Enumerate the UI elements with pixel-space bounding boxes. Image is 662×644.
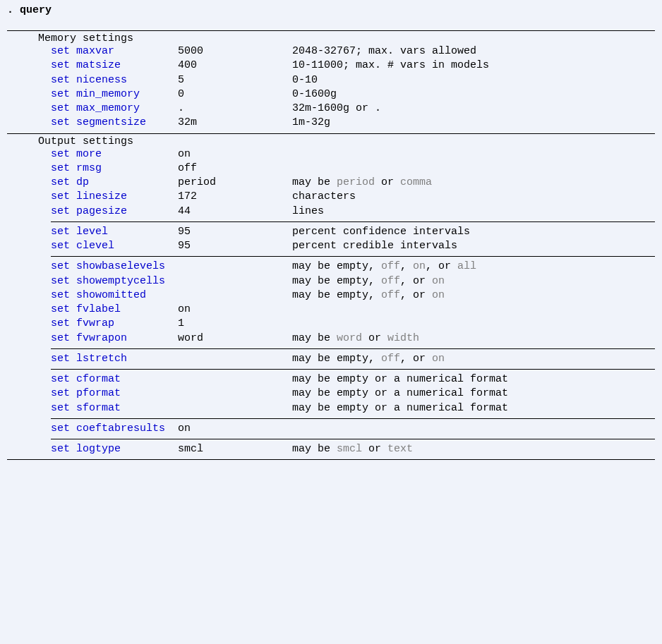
set-keyword[interactable]: set [51, 372, 76, 387]
setting-showbaselevels: setshowbaselevelsmay be empty, off, on, … [51, 260, 655, 274]
setting-desc: lines [292, 205, 324, 219]
setting-name[interactable]: maxvar [76, 44, 178, 59]
setting-max-memory: setmax_memory.32m-1600g or . [51, 102, 655, 116]
set-keyword[interactable]: set [51, 387, 76, 401]
setting-desc: may be empty or a numerical format [292, 401, 508, 415]
setting-desc: may be empty, off, or on [292, 288, 445, 303]
set-keyword[interactable]: set [51, 59, 76, 73]
setting-name[interactable]: cformat [76, 372, 178, 387]
set-keyword[interactable]: set [51, 87, 76, 102]
setting-name[interactable]: logtype [76, 442, 178, 456]
setting-fvwrap: setfvwrap1 [51, 317, 655, 331]
setting-name[interactable]: fvlabel [76, 303, 178, 317]
setting-value: 0 [178, 87, 292, 102]
set-keyword[interactable]: set [51, 239, 76, 253]
set-keyword[interactable]: set [51, 288, 76, 303]
setting-name[interactable]: fvwrapon [76, 332, 178, 346]
setting-level: setlevel95percent confidence intervals [51, 225, 655, 239]
setting-name[interactable]: min_memory [76, 87, 178, 102]
set-keyword[interactable]: set [51, 401, 76, 415]
set-keyword[interactable]: set [51, 44, 76, 59]
setting-value: 5000 [178, 44, 292, 59]
setting-value: off [178, 162, 292, 176]
set-keyword[interactable]: set [51, 162, 76, 176]
setting-desc: 1m-32g [292, 116, 330, 130]
rule-section [7, 133, 655, 134]
set-keyword[interactable]: set [51, 332, 76, 346]
set-keyword[interactable]: set [51, 116, 76, 130]
setting-desc: may be empty or a numerical format [292, 372, 508, 387]
setting-more: setmoreon [51, 147, 655, 162]
setting-desc: characters [292, 190, 356, 204]
setting-name[interactable]: pformat [76, 387, 178, 401]
setting-value [178, 260, 292, 274]
set-keyword[interactable]: set [51, 225, 76, 239]
setting-name[interactable]: lstretch [76, 352, 178, 366]
setting-desc: percent confidence intervals [292, 225, 470, 239]
setting-maxvar: setmaxvar50002048-32767; max. vars allow… [51, 44, 655, 59]
setting-desc: 32m-1600g or . [292, 102, 381, 116]
setting-desc: 0-10 [292, 73, 318, 87]
set-keyword[interactable]: set [51, 303, 76, 317]
setting-desc: may be empty or a numerical format [292, 387, 508, 401]
setting-name[interactable]: max_memory [76, 102, 178, 116]
setting-name[interactable]: showemptycells [76, 274, 178, 288]
rule-inner [51, 256, 655, 257]
setting-name[interactable]: coeftabresults [76, 422, 178, 436]
set-keyword[interactable]: set [51, 147, 76, 162]
rule-inner [51, 221, 655, 222]
set-keyword[interactable]: set [51, 73, 76, 87]
set-keyword[interactable]: set [51, 352, 76, 366]
setting-desc: may be empty, off, or on [292, 352, 445, 366]
setting-name[interactable]: fvwrap [76, 317, 178, 331]
setting-clevel: setclevel95percent credible intervals [51, 239, 655, 253]
setting-linesize: setlinesize172characters [51, 190, 655, 204]
rule-bottom [7, 459, 655, 460]
setting-name[interactable]: pagesize [76, 205, 178, 219]
set-keyword[interactable]: set [51, 442, 76, 456]
setting-name[interactable]: clevel [76, 239, 178, 253]
set-keyword[interactable]: set [51, 260, 76, 274]
setting-name[interactable]: segmentsize [76, 116, 178, 130]
set-keyword[interactable]: set [51, 422, 76, 436]
setting-name[interactable]: showomitted [76, 288, 178, 303]
setting-pagesize: setpagesize44lines [51, 205, 655, 219]
set-keyword[interactable]: set [51, 176, 76, 190]
setting-fvwrapon: setfvwraponwordmay be word or width [51, 332, 655, 346]
setting-value: 32m [178, 116, 292, 130]
command-text: query [20, 4, 52, 16]
setting-min-memory: setmin_memory00-1600g [51, 87, 655, 102]
setting-cformat: setcformatmay be empty or a numerical fo… [51, 372, 655, 387]
rule-inner [51, 439, 655, 439]
setting-value: 172 [178, 190, 292, 204]
setting-desc: percent credible intervals [292, 239, 457, 253]
set-keyword[interactable]: set [51, 274, 76, 288]
setting-name[interactable]: linesize [76, 190, 178, 204]
section-title-memory: Memory settings [38, 32, 655, 44]
setting-name[interactable]: niceness [76, 73, 178, 87]
setting-name[interactable]: more [76, 147, 178, 162]
setting-sformat: setsformatmay be empty or a numerical fo… [51, 401, 655, 415]
setting-value: on [178, 303, 292, 317]
setting-value: period [178, 176, 292, 190]
setting-value [178, 372, 292, 387]
setting-showemptycells: setshowemptycellsmay be empty, off, or o… [51, 274, 655, 288]
set-keyword[interactable]: set [51, 317, 76, 331]
setting-name[interactable]: showbaselevels [76, 260, 178, 274]
setting-name[interactable]: level [76, 225, 178, 239]
setting-value [178, 288, 292, 303]
setting-desc: 10-11000; max. # vars in models [292, 59, 489, 73]
setting-name[interactable]: sformat [76, 401, 178, 415]
set-keyword[interactable]: set [51, 205, 76, 219]
setting-desc: may be word or width [292, 332, 419, 346]
setting-desc: may be empty, off, or on [292, 274, 445, 288]
set-keyword[interactable]: set [51, 190, 76, 204]
setting-name[interactable]: dp [76, 176, 178, 190]
set-keyword[interactable]: set [51, 102, 76, 116]
setting-name[interactable]: rmsg [76, 162, 178, 176]
rule-inner [51, 348, 655, 349]
setting-showomitted: setshowomittedmay be empty, off, or on [51, 288, 655, 303]
setting-name[interactable]: matsize [76, 59, 178, 73]
setting-value [178, 274, 292, 288]
setting-value [178, 387, 292, 401]
